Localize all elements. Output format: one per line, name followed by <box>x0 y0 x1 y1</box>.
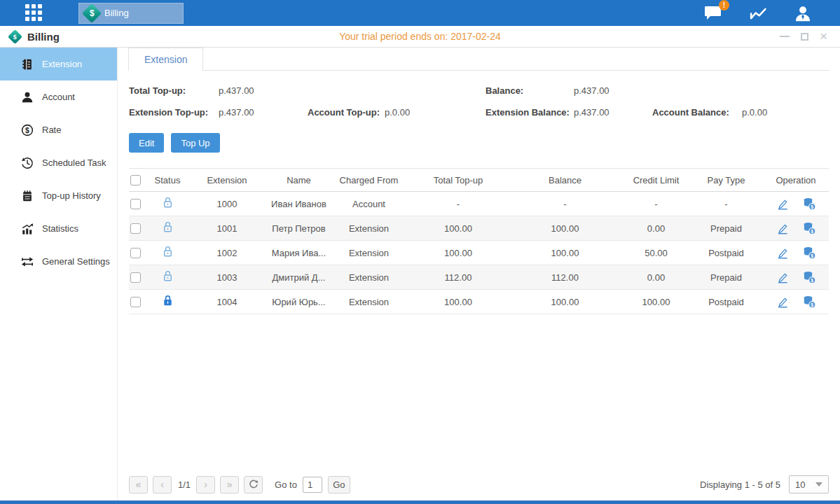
extension-topup-label: Extension Top-up: <box>129 102 219 123</box>
messages-icon[interactable]: ! <box>704 5 722 22</box>
col-operation: Operation <box>763 175 829 186</box>
tab-extension[interactable]: Extension <box>128 48 203 71</box>
close-icon[interactable]: × <box>820 31 827 41</box>
top-up-row-icon[interactable]: $ <box>802 270 816 284</box>
col-credit-limit: Credit Limit <box>623 175 689 186</box>
row-checkbox[interactable] <box>130 199 141 209</box>
prev-page-button[interactable]: ‹ <box>153 476 172 493</box>
clock-history-icon <box>21 157 34 169</box>
edit-row-icon[interactable] <box>776 246 790 260</box>
top-up-button[interactable]: Top Up <box>171 133 219 153</box>
sidebar-item-label: Statistics <box>42 223 78 234</box>
row-checkbox[interactable] <box>130 297 141 307</box>
refresh-button[interactable] <box>244 476 263 493</box>
table-header-row: Status Extension Name Charged From Total… <box>129 169 829 192</box>
extension-balance-label: Extension Balance: <box>486 102 574 123</box>
cell-balance: 100.00 <box>507 223 623 234</box>
monitor-chart-icon[interactable] <box>749 6 767 21</box>
cell-balance: - <box>507 199 623 209</box>
table-row: 1003 Дмитрий Д... Extension 112.00 112.0… <box>129 265 829 290</box>
top-system-bar: $ Billing ! <box>0 0 840 26</box>
cell-total-topup: - <box>409 199 507 209</box>
cell-total-topup: 112.00 <box>409 272 507 283</box>
window-title-bar: $ Billing Your trial period ends on: 201… <box>0 26 840 48</box>
sidebar-item-label: Top-up History <box>42 190 101 201</box>
svg-text:$: $ <box>25 126 29 134</box>
last-page-button[interactable]: » <box>220 476 239 493</box>
cell-charged-from: Extension <box>329 223 409 234</box>
minimize-icon[interactable] <box>780 36 790 37</box>
row-checkbox[interactable] <box>130 272 141 283</box>
sidebar-item-topup-history[interactable]: Top-up History <box>0 179 117 212</box>
status-lock-icon[interactable] <box>161 245 174 258</box>
goto-page-input[interactable] <box>303 477 322 493</box>
cell-credit-limit: 50.00 <box>623 248 689 258</box>
edit-row-icon[interactable] <box>776 222 790 235</box>
statistics-icon <box>21 223 34 235</box>
edit-row-icon[interactable] <box>776 197 790 211</box>
cell-extension: 1000 <box>185 199 269 209</box>
cell-total-topup: 100.00 <box>409 223 507 234</box>
top-up-row-icon[interactable]: $ <box>802 295 816 309</box>
account-topup-value: p.0.00 <box>385 102 486 123</box>
sidebar-item-label: Rate <box>42 125 61 135</box>
cell-pay-type: - <box>689 199 763 209</box>
balance-label: Balance: <box>486 80 574 102</box>
top-up-row-icon[interactable]: $ <box>802 197 816 211</box>
svg-text:$: $ <box>811 229 813 234</box>
sidebar: Extension Account $ Rate Scheduled Task <box>0 48 118 500</box>
next-page-button[interactable]: › <box>196 476 215 493</box>
notepad-icon <box>21 190 34 202</box>
sidebar-item-extension[interactable]: Extension <box>0 48 117 80</box>
svg-text:$: $ <box>811 253 813 259</box>
top-up-row-icon[interactable]: $ <box>802 246 816 260</box>
cell-name: Петр Петров <box>269 223 329 234</box>
svg-text:$: $ <box>811 302 813 308</box>
sidebar-item-statistics[interactable]: Statistics <box>0 212 117 245</box>
goto-label: Go to <box>275 479 297 490</box>
sidebar-item-rate[interactable]: $ Rate <box>0 113 117 146</box>
row-checkbox[interactable] <box>130 248 141 258</box>
cell-balance: 112.00 <box>507 272 623 283</box>
status-lock-icon[interactable] <box>161 220 174 234</box>
cell-extension: 1003 <box>185 272 269 283</box>
status-lock-icon[interactable] <box>161 294 174 307</box>
edit-row-icon[interactable] <box>776 295 790 309</box>
account-balance-value: p.0.00 <box>742 102 829 123</box>
go-button[interactable]: Go <box>328 476 350 493</box>
maximize-icon[interactable] <box>801 33 808 41</box>
top-up-row-icon[interactable]: $ <box>802 221 816 235</box>
status-lock-icon[interactable] <box>161 196 174 209</box>
row-checkbox[interactable] <box>130 223 141 234</box>
cell-name: Мария Ива... <box>269 248 329 258</box>
select-all-checkbox[interactable] <box>130 175 141 186</box>
cell-credit-limit: 0.00 <box>623 272 689 283</box>
page-size-dropdown[interactable]: 10 <box>789 475 829 493</box>
col-balance: Balance <box>507 175 623 186</box>
extension-balance-value: p.437.00 <box>574 102 652 123</box>
billing-app-icon: $ <box>82 3 102 22</box>
taskbar-item-billing[interactable]: $ Billing <box>78 3 184 24</box>
apps-grid-icon[interactable] <box>25 4 43 22</box>
dollar-circle-icon: $ <box>21 124 34 136</box>
first-page-button[interactable]: « <box>129 476 148 493</box>
billing-window-icon: $ <box>8 29 22 43</box>
col-charged-from: Charged From <box>329 175 409 186</box>
status-lock-icon[interactable] <box>161 270 174 283</box>
table-row: 1002 Мария Ива... Extension 100.00 100.0… <box>129 241 829 265</box>
cell-pay-type: Postpaid <box>689 297 763 307</box>
cell-credit-limit: 0.00 <box>623 223 689 234</box>
svg-text:$: $ <box>811 204 813 210</box>
main-content: Extension Total Top-up: p.437.00 Balance… <box>118 48 840 500</box>
balance-value: p.437.00 <box>574 80 652 102</box>
chevron-down-icon <box>815 482 822 486</box>
tab-strip: Extension <box>118 48 840 71</box>
edit-row-icon[interactable] <box>776 271 790 284</box>
col-name: Name <box>269 175 329 186</box>
edit-button[interactable]: Edit <box>129 133 164 153</box>
cell-pay-type: Prepaid <box>689 223 763 234</box>
user-account-icon[interactable] <box>794 5 812 22</box>
sidebar-item-account[interactable]: Account <box>0 80 117 113</box>
sidebar-item-general-settings[interactable]: General Settings <box>0 245 117 278</box>
sidebar-item-scheduled-task[interactable]: Scheduled Task <box>0 146 117 179</box>
